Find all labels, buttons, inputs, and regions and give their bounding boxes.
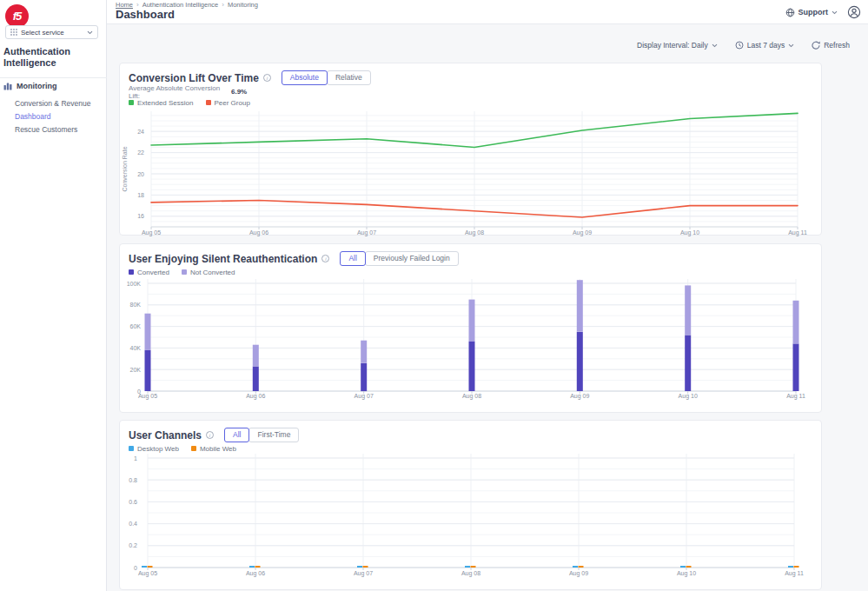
- legend-swatch-icon: [206, 100, 211, 105]
- svg-text:Aug 05: Aug 05: [138, 393, 157, 400]
- chevron-down-icon: [788, 43, 794, 48]
- svg-text:Aug 11: Aug 11: [786, 393, 805, 400]
- svg-text:Aug 11: Aug 11: [788, 229, 807, 236]
- sidebar-section-label: Monitoring: [17, 82, 57, 90]
- refresh-icon: [812, 41, 820, 50]
- chevron-down-icon: [832, 10, 838, 15]
- svg-text:16: 16: [137, 213, 144, 219]
- info-icon[interactable]: i: [206, 431, 214, 439]
- legend-item-converted[interactable]: Converted: [129, 269, 169, 276]
- topbar: Home › Authentication Intelligence › Mon…: [107, 0, 868, 24]
- legend-swatch-icon: [182, 269, 187, 275]
- chart-legend: ConvertedNot Converted: [129, 269, 812, 276]
- card-title: Conversion Lift Over Time: [129, 72, 259, 84]
- conversion-lift-chart[interactable]: 1618202224Aug 05Aug 06Aug 07Aug 08Aug 09…: [120, 106, 821, 238]
- support-menu[interactable]: Support: [785, 8, 838, 17]
- legend-swatch-icon: [129, 100, 134, 105]
- svg-text:Aug 07: Aug 07: [354, 570, 373, 577]
- sidebar-item-rescue-customers[interactable]: Rescue Customers: [15, 123, 90, 136]
- legend-swatch-icon: [191, 446, 196, 451]
- display-interval-label: Display Interval: Daily: [637, 41, 708, 50]
- svg-text:Aug 06: Aug 06: [246, 570, 265, 577]
- absolute-button[interactable]: Absolute: [282, 70, 328, 85]
- refresh-button[interactable]: Refresh: [812, 41, 850, 50]
- previously-failed-login-button[interactable]: Previously Failed Login: [365, 251, 459, 266]
- dashboard-controls: Display Interval: Daily Last 7 days Refr…: [107, 38, 868, 52]
- all-button[interactable]: All: [340, 251, 365, 266]
- chart-legend: Extended SessionPeer Group: [129, 99, 812, 106]
- sidebar: f5 Select service Authentication Intelli…: [0, 0, 107, 591]
- svg-text:Aug 07: Aug 07: [357, 229, 376, 236]
- svg-text:0: 0: [134, 565, 137, 571]
- date-range-label: Last 7 days: [747, 41, 785, 50]
- svg-text:24: 24: [137, 129, 144, 135]
- chevron-down-icon: [87, 30, 93, 35]
- user-channels-chart[interactable]: 00.20.40.60.81Aug 05Aug 06Aug 07Aug 08Au…: [120, 452, 821, 582]
- chevron-down-icon: [712, 43, 718, 48]
- card-title: User Enjoying Silent Reauthentication: [129, 253, 317, 265]
- silent-reauthentication-chart[interactable]: 020K40K60K80K100KAug 05Aug 06Aug 07Aug 0…: [120, 276, 821, 406]
- sidebar-nav: Conversion & Revenue Dashboard Rescue Cu…: [15, 97, 90, 136]
- f5-logo[interactable]: f5: [5, 4, 29, 28]
- legend-item-not-converted[interactable]: Not Converted: [182, 269, 235, 276]
- card-user-channels: User Channels i All First-Time Desktop W…: [119, 420, 822, 590]
- svg-text:Aug 06: Aug 06: [246, 393, 265, 400]
- svg-text:22: 22: [137, 149, 144, 156]
- legend-swatch-icon: [129, 446, 134, 451]
- relative-button[interactable]: Relative: [327, 70, 371, 85]
- svg-text:18: 18: [137, 192, 144, 198]
- breadcrumb-separator-icon: ›: [222, 1, 224, 9]
- legend-item-peer-group[interactable]: Peer Group: [206, 99, 250, 107]
- legend-item-desktop-web[interactable]: Desktop Web: [129, 445, 179, 453]
- topbar-right: Support: [785, 0, 862, 24]
- user-avatar-icon[interactable]: [847, 5, 861, 19]
- reauth-filter-toggle: All Previously Failed Login: [340, 251, 458, 266]
- svg-text:Aug 05: Aug 05: [138, 570, 157, 577]
- svg-text:20K: 20K: [130, 367, 142, 373]
- sidebar-section-monitoring[interactable]: Monitoring: [3, 82, 57, 90]
- sidebar-item-conversion-revenue[interactable]: Conversion & Revenue: [15, 97, 90, 110]
- svg-text:Aug 10: Aug 10: [679, 393, 698, 400]
- card-silent-reauthentication: User Enjoying Silent Reauthentication i …: [119, 243, 822, 413]
- svg-text:Aug 08: Aug 08: [461, 570, 480, 577]
- support-label: Support: [798, 8, 829, 17]
- channels-filter-toggle: All First-Time: [224, 428, 299, 442]
- svg-text:Aug 08: Aug 08: [462, 393, 481, 400]
- sidebar-item-dashboard[interactable]: Dashboard: [15, 110, 90, 123]
- globe-icon: [785, 8, 795, 17]
- svg-text:Aug 05: Aug 05: [142, 229, 161, 236]
- info-icon[interactable]: i: [321, 255, 329, 262]
- legend-item-mobile-web[interactable]: Mobile Web: [191, 445, 236, 453]
- chart-legend: Desktop WebMobile Web: [129, 445, 812, 452]
- first-time-button[interactable]: First-Time: [248, 428, 299, 442]
- info-icon[interactable]: i: [263, 74, 271, 82]
- apps-grid-icon: [10, 29, 17, 36]
- refresh-label: Refresh: [824, 41, 850, 50]
- svg-text:0.4: 0.4: [129, 521, 137, 527]
- average-lift-value: 6.9%: [231, 88, 247, 96]
- card-conversion-lift: Conversion Lift Over Time i Absolute Rel…: [119, 63, 822, 236]
- select-service-label: Select service: [21, 29, 64, 37]
- svg-text:1: 1: [134, 455, 137, 462]
- svg-text:80K: 80K: [130, 302, 142, 308]
- breadcrumb-monitoring: Monitoring: [228, 1, 258, 9]
- bar-chart-icon: [3, 82, 12, 90]
- legend-swatch-icon: [129, 269, 134, 275]
- svg-text:Aug 09: Aug 09: [569, 570, 588, 577]
- svg-text:20: 20: [137, 171, 144, 177]
- all-button[interactable]: All: [224, 428, 249, 442]
- date-range-dropdown[interactable]: Last 7 days: [735, 41, 794, 50]
- product-name: Authentication Intelligence: [3, 46, 101, 69]
- page-title: Dashboard: [116, 8, 175, 21]
- sidebar-divider: [0, 77, 107, 78]
- average-lift-label: Average Absolute Conversion Lift:: [129, 84, 231, 100]
- svg-text:60K: 60K: [130, 323, 142, 329]
- svg-text:Aug 06: Aug 06: [249, 229, 268, 236]
- select-service-dropdown[interactable]: Select service: [5, 25, 98, 39]
- svg-text:100K: 100K: [127, 281, 142, 287]
- display-interval-dropdown[interactable]: Display Interval: Daily: [637, 41, 718, 50]
- svg-text:Aug 07: Aug 07: [354, 393, 374, 400]
- svg-text:Aug 09: Aug 09: [573, 229, 592, 236]
- absolute-relative-toggle: Absolute Relative: [282, 70, 371, 85]
- legend-item-extended-session[interactable]: Extended Session: [129, 99, 194, 107]
